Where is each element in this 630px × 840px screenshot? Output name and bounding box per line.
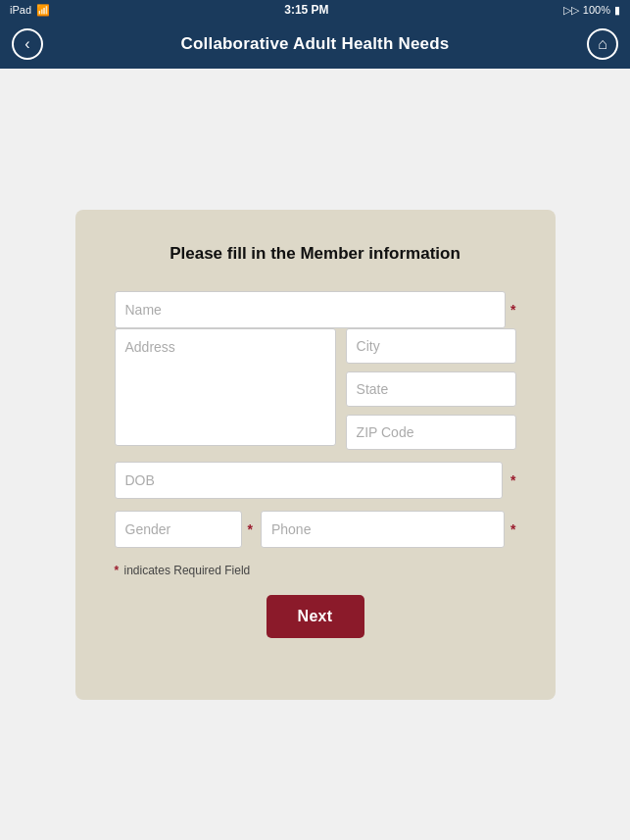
- dob-input[interactable]: [115, 462, 504, 499]
- address-input[interactable]: [115, 328, 336, 446]
- name-input[interactable]: [115, 291, 507, 328]
- nav-header: ‹ Collaborative Adult Health Needs ⌂: [0, 20, 630, 69]
- home-icon: ⌂: [598, 35, 607, 53]
- gender-required-star: *: [248, 521, 253, 537]
- phone-field-group: *: [261, 511, 516, 548]
- status-right: ▷▷ 100% ▮: [563, 4, 620, 17]
- required-note: * indicates Required Field: [115, 564, 516, 577]
- dob-required-star: *: [510, 472, 515, 488]
- address-right: [346, 328, 516, 450]
- form-card: Please fill in the Member information * …: [75, 210, 556, 700]
- name-required-star: *: [510, 302, 515, 318]
- name-field-group: *: [115, 291, 516, 328]
- wifi-icon: 📶: [36, 4, 50, 17]
- gender-input[interactable]: [115, 511, 242, 548]
- next-button[interactable]: Next: [267, 595, 364, 638]
- battery-icon: ▮: [614, 4, 620, 17]
- back-button[interactable]: ‹: [12, 28, 43, 60]
- dob-field-group: *: [115, 462, 516, 499]
- state-input[interactable]: [346, 371, 516, 407]
- page-title: Collaborative Adult Health Needs: [180, 34, 449, 54]
- home-button[interactable]: ⌂: [587, 28, 618, 60]
- address-left: [115, 328, 336, 450]
- required-note-star: *: [115, 564, 120, 577]
- battery-label: 100%: [583, 4, 610, 16]
- back-icon: ‹: [24, 35, 29, 53]
- main-content: Please fill in the Member information * …: [0, 69, 630, 840]
- status-left: iPad 📶: [10, 4, 50, 17]
- status-time: 3:15 PM: [284, 3, 328, 17]
- zip-input[interactable]: [346, 415, 516, 450]
- phone-required-star: *: [510, 521, 515, 537]
- city-input[interactable]: [346, 328, 516, 364]
- address-section: [115, 328, 516, 450]
- signal-icon: ▷▷: [563, 4, 579, 17]
- form-title: Please fill in the Member information: [115, 244, 516, 264]
- gender-phone-row: * *: [115, 511, 516, 548]
- carrier-label: iPad: [10, 4, 31, 16]
- status-bar: iPad 📶 3:15 PM ▷▷ 100% ▮: [0, 0, 630, 20]
- phone-input[interactable]: [261, 511, 505, 548]
- gender-field-group: *: [115, 511, 253, 548]
- required-note-text: indicates Required Field: [124, 564, 251, 577]
